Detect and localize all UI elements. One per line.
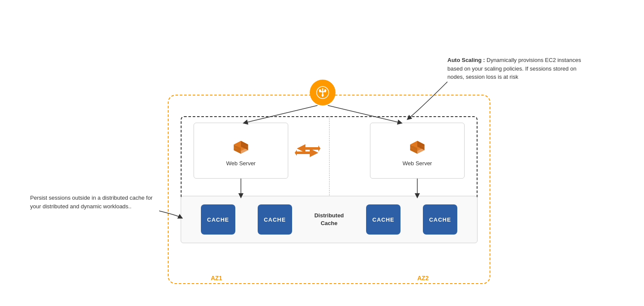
web-server-left: Web Server (194, 123, 288, 179)
cache-row-box: CACHE CACHE DistributedCache CACHE CACHE (181, 196, 478, 243)
aws-icon-right (407, 135, 428, 157)
distributed-cache-label: DistributedCache (314, 212, 344, 227)
web-server-right-label: Web Server (403, 160, 432, 167)
auto-scaling-annotation: Auto Scaling : Dynamically provisions EC… (447, 56, 585, 81)
svg-point-3 (319, 90, 321, 92)
diagram-container: Web Server Web Server CACHE CACH (0, 0, 644, 306)
cache-block-2: CACHE (258, 204, 292, 235)
network-hub-icon (310, 80, 336, 105)
az2-label: AZ2 (417, 275, 428, 281)
cache-block-1: CACHE (201, 204, 235, 235)
auto-scaling-bold: Auto Scaling : (447, 57, 485, 63)
svg-point-4 (324, 90, 327, 92)
cache-block-3: CACHE (366, 204, 401, 235)
web-server-left-label: Web Server (226, 160, 256, 167)
persist-text: Persist sessions outside in a distribute… (30, 195, 153, 210)
web-server-right: Web Server (370, 123, 465, 179)
az1-label: AZ1 (211, 275, 222, 281)
bidirectional-arrows (295, 138, 320, 164)
persist-annotation: Persist sessions outside in a distribute… (30, 194, 159, 210)
cache-block-4: CACHE (423, 204, 457, 235)
svg-point-5 (322, 94, 324, 96)
aws-icon-left (230, 135, 252, 157)
